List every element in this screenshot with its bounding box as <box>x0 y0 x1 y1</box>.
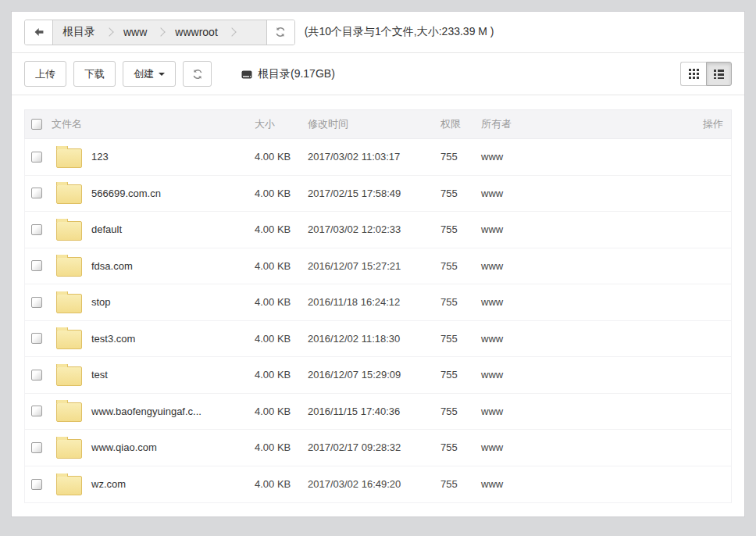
row-checkbox[interactable] <box>31 333 42 344</box>
breadcrumb-bar: 根目录 www wwwroot (共10个目录与1个 <box>12 12 744 53</box>
breadcrumb-item-root[interactable]: 根目录 <box>53 25 105 39</box>
file-owner: www <box>481 296 551 308</box>
file-name[interactable]: default <box>91 223 122 235</box>
grid-view-icon <box>689 69 699 79</box>
file-manager-panel: 根目录 www wwwroot (共10个目录与1个 <box>11 11 745 517</box>
chevron-right-icon <box>227 27 236 36</box>
file-size: 4.00 KB <box>255 188 308 199</box>
create-button-label: 创建 <box>134 67 154 81</box>
file-mtime: 2016/11/15 17:40:36 <box>308 406 440 417</box>
caret-down-icon <box>159 73 165 76</box>
table-row[interactable]: 566699.com.cn 4.00 KB 2017/02/15 17:58:4… <box>25 176 731 213</box>
disk-usage: 根目录(9.17GB) <box>241 67 335 81</box>
breadcrumb: 根目录 www wwwroot <box>53 20 266 45</box>
table-row[interactable]: 123 4.00 KB 2017/03/02 11:03:17 755 www <box>25 139 731 176</box>
view-toggle <box>680 62 732 86</box>
row-checkbox[interactable] <box>31 479 42 490</box>
col-header-owner[interactable]: 所有者 <box>481 117 551 131</box>
row-checkbox[interactable] <box>31 152 42 163</box>
file-mtime: 2017/03/02 16:49:20 <box>308 478 440 490</box>
folder-icon <box>56 476 82 495</box>
file-size: 4.00 KB <box>255 333 308 345</box>
breadcrumb-item-www[interactable]: www <box>114 26 156 38</box>
file-owner: www <box>481 260 551 272</box>
file-name[interactable]: www.baofengyuingaf.c... <box>91 406 201 417</box>
table-row[interactable]: stop 4.00 KB 2016/11/18 16:24:12 755 www <box>25 284 731 321</box>
table-row[interactable]: test 4.00 KB 2016/12/07 15:29:09 755 www <box>25 357 731 394</box>
col-header-filename[interactable]: 文件名 <box>52 117 255 131</box>
folder-icon <box>56 330 82 349</box>
back-button[interactable] <box>25 20 53 45</box>
file-size: 4.00 KB <box>255 406 308 417</box>
file-mtime: 2016/12/02 11:18:30 <box>308 333 440 345</box>
row-checkbox[interactable] <box>31 188 42 198</box>
table-row[interactable]: default 4.00 KB 2017/03/02 12:02:33 755 … <box>25 212 731 248</box>
hdd-icon <box>241 68 253 80</box>
file-name[interactable]: www.qiao.com <box>91 441 157 453</box>
file-perm: 755 <box>440 441 481 453</box>
file-owner: www <box>481 151 551 163</box>
list-view-button[interactable] <box>706 62 732 86</box>
file-perm: 755 <box>440 260 481 272</box>
col-header-perm[interactable]: 权限 <box>440 117 481 131</box>
breadcrumb-refresh-button[interactable] <box>266 20 294 45</box>
col-header-size[interactable]: 大小 <box>255 117 308 131</box>
file-name[interactable]: stop <box>91 296 111 308</box>
grid-view-button[interactable] <box>680 62 706 86</box>
file-name[interactable]: wz.com <box>91 478 126 490</box>
file-size: 4.00 KB <box>255 260 308 272</box>
file-mtime: 2017/03/02 11:03:17 <box>308 151 440 163</box>
upload-button[interactable]: 上传 <box>24 61 66 87</box>
table-header: 文件名 大小 修改时间 权限 所有者 操作 <box>24 109 732 139</box>
table-row[interactable]: fdsa.com 4.00 KB 2016/12/07 15:27:21 755… <box>25 248 731 285</box>
file-owner: www <box>481 441 551 453</box>
file-name[interactable]: fdsa.com <box>91 260 133 272</box>
table-row[interactable]: www.baofengyuingaf.c... 4.00 KB 2016/11/… <box>25 394 731 431</box>
file-owner: www <box>481 369 551 381</box>
folder-icon <box>56 439 82 459</box>
create-button[interactable]: 创建 <box>123 61 176 87</box>
row-checkbox[interactable] <box>31 406 42 416</box>
file-perm: 755 <box>440 223 481 235</box>
file-owner: www <box>481 478 551 490</box>
folder-icon <box>56 221 82 241</box>
file-owner: www <box>481 406 551 417</box>
file-perm: 755 <box>440 333 481 345</box>
row-checkbox[interactable] <box>31 297 42 308</box>
file-mtime: 2017/02/15 17:58:49 <box>308 188 440 199</box>
file-name[interactable]: test3.com <box>91 333 135 345</box>
table-row[interactable]: www.qiao.com 4.00 KB 2017/02/17 09:28:32… <box>25 430 731 466</box>
table-row[interactable]: test3.com 4.00 KB 2016/12/02 11:18:30 75… <box>25 321 731 358</box>
folder-icon <box>56 148 82 168</box>
refresh-icon <box>192 69 203 80</box>
refresh-icon <box>275 27 286 38</box>
file-name[interactable]: test <box>91 369 108 381</box>
file-perm: 755 <box>440 188 481 199</box>
chevron-right-icon <box>157 27 166 36</box>
col-header-action: 操作 <box>551 117 731 131</box>
toolbar-refresh-button[interactable] <box>183 61 212 87</box>
row-checkbox[interactable] <box>31 370 42 381</box>
row-checkbox[interactable] <box>31 224 42 235</box>
row-checkbox[interactable] <box>31 260 42 271</box>
file-name[interactable]: 566699.com.cn <box>91 188 161 199</box>
file-name[interactable]: 123 <box>91 151 109 163</box>
file-owner: www <box>481 223 551 235</box>
arrow-left-icon <box>34 27 45 38</box>
select-all-checkbox[interactable] <box>31 119 42 130</box>
file-mtime: 2017/02/17 09:28:32 <box>308 441 440 453</box>
table-row[interactable]: wz.com 4.00 KB 2017/03/02 16:49:20 755 w… <box>25 466 731 503</box>
folder-icon <box>56 366 82 386</box>
file-perm: 755 <box>440 296 481 308</box>
download-button[interactable]: 下载 <box>73 61 116 87</box>
disk-usage-label: 根目录(9.17GB) <box>258 67 335 81</box>
file-owner: www <box>481 188 551 199</box>
file-perm: 755 <box>440 369 481 381</box>
breadcrumb-item-wwwroot[interactable]: wwwroot <box>166 26 226 38</box>
table-body: 123 4.00 KB 2017/03/02 11:03:17 755 www … <box>24 139 732 503</box>
file-perm: 755 <box>440 151 481 163</box>
file-size: 4.00 KB <box>255 151 308 163</box>
row-checkbox[interactable] <box>31 442 42 453</box>
col-header-mtime[interactable]: 修改时间 <box>308 117 440 131</box>
chevron-right-icon <box>105 27 113 36</box>
